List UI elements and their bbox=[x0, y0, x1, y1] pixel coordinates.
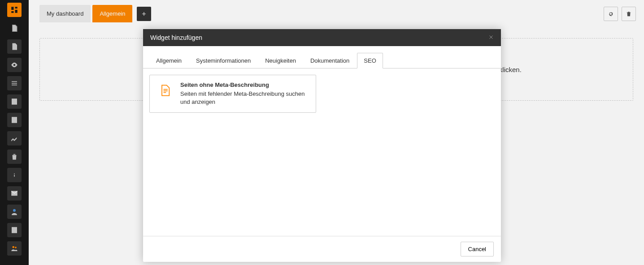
modal-body: Seiten ohne Meta-Beschreibung Seiten mit… bbox=[143, 68, 501, 236]
modal-tab-neuigkeiten[interactable]: Neuigkeiten bbox=[258, 53, 303, 68]
modal-tab-dokumentation[interactable]: Dokumentation bbox=[304, 53, 356, 68]
widget-card-description: Seiten mit fehlender Meta-Beschreibung s… bbox=[180, 90, 309, 106]
modal-header: Widget hinzufügen bbox=[143, 29, 501, 46]
modal-title: Widget hinzufügen bbox=[150, 34, 202, 41]
widget-card-title: Seiten ohne Meta-Beschreibung bbox=[180, 81, 309, 88]
add-widget-modal: Widget hinzufügen Allgemein Systeminform… bbox=[143, 29, 501, 262]
document-list-icon bbox=[159, 84, 171, 97]
modal-tab-allgemein[interactable]: Allgemein bbox=[149, 53, 188, 68]
modal-tabs: Allgemein Systeminformationen Neuigkeite… bbox=[143, 46, 501, 68]
modal-footer: Cancel bbox=[143, 236, 501, 262]
close-icon bbox=[488, 34, 494, 40]
cancel-button[interactable]: Cancel bbox=[461, 242, 494, 256]
widget-card-seo-meta[interactable]: Seiten ohne Meta-Beschreibung Seiten mit… bbox=[149, 75, 316, 113]
widget-card-icon bbox=[156, 81, 174, 99]
modal-tab-systeminfo[interactable]: Systeminformationen bbox=[189, 53, 257, 68]
modal-close-button[interactable] bbox=[488, 34, 494, 41]
modal-tab-seo[interactable]: SEO bbox=[357, 53, 383, 68]
widget-card-text: Seiten ohne Meta-Beschreibung Seiten mit… bbox=[180, 81, 309, 106]
